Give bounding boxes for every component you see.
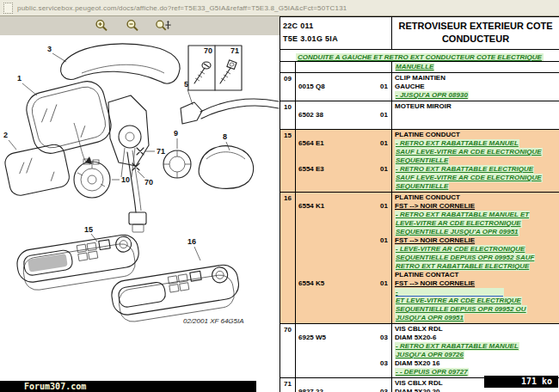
- figure-code: T5E 3.01G 5IA: [283, 33, 391, 46]
- part-line: 6564 E101: [298, 139, 388, 148]
- description-text: PLATINE CONTACT: [395, 271, 458, 279]
- description-line: SEQUENTIELLE DEPUIS OPR 09952 OU: [395, 305, 557, 314]
- part-line: [298, 368, 388, 377]
- item-number: 10: [280, 101, 296, 129]
- table-title: RETROVISEUR EXTERIEUR COTE CONDUCTEUR: [392, 17, 559, 49]
- description-line: FST --> NOIR CORNELIE: [395, 202, 557, 211]
- description-line: - RETRO EXT RABATTABLE MANUEL: [395, 139, 557, 148]
- description-column: MOTEUR MIROIR: [392, 101, 559, 129]
- table-row: MANUELLE: [280, 62, 559, 73]
- part-line: 6502 3801: [298, 111, 388, 119]
- callout-16: 16: [187, 237, 196, 246]
- description-text: PLATINE CONDUCT: [395, 131, 460, 139]
- mirror-housing: [23, 77, 115, 156]
- description-text: DIAM 5X20 16: [395, 359, 439, 368]
- condition-text: ET LEVE-VITRE AR CDE ELECTRIQUE: [395, 297, 522, 305]
- part-line: [298, 148, 388, 156]
- fixing-mark-71: 71: [137, 147, 165, 156]
- table-row: 106502 3801MOTEUR MIROIR: [280, 101, 559, 130]
- quantity: 01: [380, 111, 388, 119]
- title-line1: RETROVISEUR EXTERIEUR COTE: [392, 20, 559, 33]
- screw-70-icon: [194, 62, 211, 83]
- callout-71: 71: [157, 147, 165, 156]
- condition-text: - RETRO EXT RABATTABLE MANUEL: [395, 342, 519, 351]
- quantity: 03: [380, 388, 388, 392]
- condition-text: LEVE-VITRE AR CDE ELECTRONIQUE: [395, 219, 522, 228]
- condition-text: RETRO EXT RABATTABLE ELECTRIQUE: [395, 262, 530, 271]
- part-line: [298, 119, 388, 128]
- callout-5: 5: [184, 80, 188, 89]
- part-line: 6925 W503: [298, 334, 388, 342]
- part-number: 0015 Q8: [298, 83, 325, 91]
- part-line: [298, 245, 388, 254]
- diagram-caption: 02/2001 XF 64G5IA: [183, 317, 244, 325]
- condition-text: - JUSQU'A OPR 08930: [395, 91, 469, 100]
- part-line: [298, 351, 388, 359]
- part-line: 6554 K501: [298, 279, 388, 288]
- description-column: VIS CBLX RDLDIAM 5X20-6- RETRO EXT RABAT…: [392, 324, 559, 377]
- figure-reference-cell: 22C 011 T5E 3.01G 5IA: [280, 17, 392, 49]
- part-line: 9827 2203: [298, 388, 388, 392]
- title-line2: CONDUCTEUR: [392, 33, 559, 46]
- part-line: [298, 156, 388, 165]
- figure-ref: 22C 011: [283, 20, 391, 33]
- harness-connector: [127, 150, 146, 232]
- part-qty-column: 6502 3801: [296, 101, 392, 129]
- condition-text: - - DEPUIS OPR 09727: [395, 368, 469, 377]
- callout-1: 1: [17, 74, 22, 83]
- description-line: DIAM 5X20-6: [395, 334, 557, 342]
- part-line: 01: [298, 236, 388, 245]
- description-text: FST --> NOIR CORNELIE: [395, 236, 475, 245]
- condition-text: - RETRO EXT RABATTABLE MANUEL ET: [395, 211, 530, 219]
- description-text: VIS CBLX RDL: [395, 325, 443, 334]
- part-line: [298, 325, 388, 334]
- description-line: - LEVE-VITRE AR CDE ELECTRONIQUE: [395, 245, 557, 254]
- quantity: 01: [380, 139, 388, 148]
- zoom-out-icon[interactable]: [124, 18, 141, 34]
- callout-15: 15: [84, 225, 93, 234]
- description-text: FST --> NOIR CORNELIE: [395, 279, 475, 288]
- description-line: DIAM 5X20 20: [395, 388, 557, 392]
- part-line: [298, 74, 388, 83]
- part-line: [298, 174, 388, 182]
- description-line: - RETRO EXT RABATTABLE ELECTRIQUE: [395, 288, 557, 297]
- condition-text: JUSQU'A OPR 09951: [395, 314, 464, 322]
- part-number: 6502 38: [298, 111, 323, 119]
- description-line: SEQUENTIELLE DEPUIS OPR 09952 SAUF: [395, 254, 557, 262]
- part-number: 6554 K5: [298, 279, 324, 288]
- condition-text: SAUF LEVE-VITRE AR CDE ELECTRONIQUE: [395, 148, 543, 156]
- quantity: 03: [380, 359, 388, 368]
- description-line: SEQUENTIELLE JUSQU'A OPR 09951: [395, 228, 557, 236]
- part-line: [298, 379, 388, 388]
- zoom-pan-icon[interactable]: [155, 18, 172, 34]
- part-line: [298, 305, 388, 314]
- part-number: 6925 W5: [298, 334, 326, 342]
- table-row: 090015 Q801CLIP MAINTIENGAUCHE- JUSQU'A …: [280, 73, 559, 101]
- part-line: [298, 228, 388, 236]
- part-qty-column: 6554 K101016554 K501: [296, 193, 392, 323]
- url-text[interactable]: public.servicebox.peugeot.com/docs/affic…: [17, 4, 347, 12]
- watermark-bar: Forum307.com: [0, 381, 256, 392]
- zoom-in-icon[interactable]: [93, 18, 110, 34]
- description-line: SAUF LEVE-VITRE AR CDE ELECTRONIQUE: [395, 174, 557, 182]
- description-line: LEVE-VITRE AR CDE ELECTRONIQUE: [395, 219, 557, 228]
- part-line: [298, 288, 388, 297]
- quantity: 01: [380, 279, 388, 288]
- description-line: DIAM 5X20 16: [395, 359, 557, 368]
- part-number: 6564 E1: [298, 139, 324, 148]
- part-line: [298, 297, 388, 305]
- part-line: [298, 254, 388, 262]
- quantity: 01: [380, 165, 388, 174]
- condition-text: JUSQU'A OPR 09726: [395, 351, 464, 359]
- table-row: 166554 K101016554 K501PLATINE CONDUCTFST…: [280, 193, 559, 324]
- description-line: PLATINE CONDUCT: [395, 193, 557, 202]
- part-qty-column: 9827 2203RP 6925 W501: [296, 378, 392, 392]
- condition-text: SEQUENTIELLE DEPUIS OPR 09952 SAUF: [395, 254, 535, 262]
- part-line: [298, 314, 388, 322]
- diagram-pane: 70 71 3: [0, 16, 280, 392]
- description-text: MOTEUR MIROIR: [395, 102, 452, 111]
- file-size-text: 171 ko: [521, 377, 552, 386]
- browser-address-bar[interactable]: public.servicebox.peugeot.com/docs/affic…: [0, 0, 559, 16]
- description-line: - JUSQU'A OPR 08930: [395, 91, 557, 100]
- screw-71-icon: [220, 60, 236, 83]
